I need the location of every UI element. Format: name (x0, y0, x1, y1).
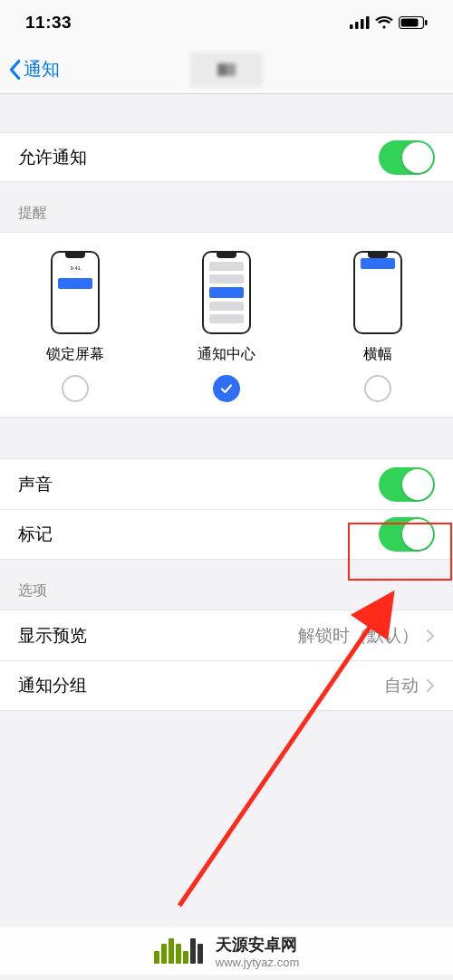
alert-option-banner[interactable]: 横幅 (303, 251, 452, 402)
badges-row: 标记 (0, 509, 453, 559)
allow-notifications-toggle[interactable] (379, 140, 435, 175)
chevron-left-icon (7, 59, 22, 81)
alert-radio-banner[interactable] (364, 375, 391, 402)
watermark: 天源安卓网 www.jytyaz.com (0, 927, 453, 975)
alert-label: 横幅 (363, 345, 392, 364)
nav-bar: 通知 (0, 45, 453, 94)
alert-option-lockscreen[interactable]: 9:41 锁定屏幕 (1, 251, 150, 402)
show-previews-row[interactable]: 显示预览 解锁时（默认） (0, 610, 453, 660)
watermark-brand: 天源安卓网 (216, 934, 299, 956)
sound-badge-group: 声音 标记 (0, 458, 453, 560)
svg-rect-6 (425, 20, 428, 25)
allow-notifications-row: 允许通知 (0, 132, 453, 182)
battery-icon (399, 16, 428, 29)
badges-toggle[interactable] (379, 517, 435, 552)
back-button[interactable]: 通知 (0, 57, 60, 82)
svg-rect-5 (401, 19, 419, 27)
alert-radio-center[interactable] (213, 375, 240, 402)
svg-rect-3 (366, 16, 370, 29)
show-previews-label: 显示预览 (18, 624, 87, 648)
cellular-icon (350, 16, 370, 29)
badges-label: 标记 (18, 523, 53, 546)
banner-preview-icon (353, 251, 402, 334)
notification-center-preview-icon (202, 251, 251, 334)
options-header: 选项 (0, 560, 453, 610)
alert-label: 锁定屏幕 (46, 345, 104, 364)
title-obscured (190, 53, 263, 87)
watermark-url: www.jytyaz.com (216, 956, 299, 969)
screen: 11:33 通知 允许通知 提醒 9:41 锁定屏幕 (0, 0, 453, 980)
status-time: 11:33 (25, 13, 72, 33)
alerts-header: 提醒 (0, 182, 453, 232)
sounds-row: 声音 (0, 459, 453, 509)
wifi-icon (375, 16, 393, 29)
alert-label: 通知中心 (198, 345, 255, 364)
chevron-right-icon (426, 629, 435, 643)
svg-rect-0 (350, 24, 353, 29)
allow-notifications-label: 允许通知 (18, 146, 87, 169)
notification-grouping-value: 自动 (384, 674, 419, 697)
watermark-logo-icon (154, 938, 203, 964)
svg-rect-1 (355, 22, 359, 29)
options-group: 显示预览 解锁时（默认） 通知分组 自动 (0, 610, 453, 711)
status-bar: 11:33 (0, 0, 453, 45)
back-label: 通知 (24, 57, 60, 82)
sounds-label: 声音 (18, 473, 53, 496)
chevron-right-icon (426, 678, 435, 693)
lockscreen-preview-icon: 9:41 (51, 251, 100, 334)
notification-grouping-row[interactable]: 通知分组 自动 (0, 660, 453, 710)
alert-option-center[interactable]: 通知中心 (151, 251, 301, 402)
show-previews-value: 解锁时（默认） (298, 624, 419, 648)
status-icons (350, 16, 428, 29)
sounds-toggle[interactable] (379, 467, 435, 502)
svg-rect-2 (361, 19, 364, 29)
notification-grouping-label: 通知分组 (18, 674, 87, 697)
alerts-box: 9:41 锁定屏幕 通知中心 (0, 232, 453, 418)
alert-radio-lockscreen[interactable] (62, 375, 89, 402)
